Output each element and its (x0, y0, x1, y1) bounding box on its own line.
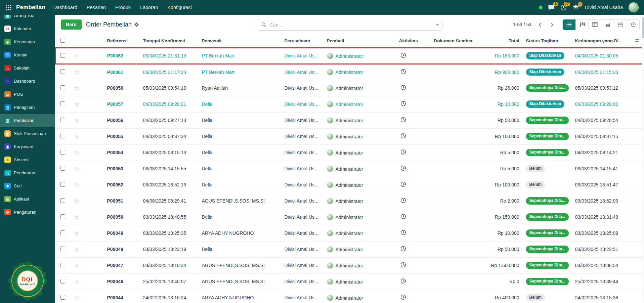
activity-clock-icon[interactable] (399, 262, 406, 268)
activity-clock-icon[interactable] (399, 198, 406, 203)
scrollbar-thumb[interactable] (642, 17, 644, 38)
favorite-star-icon[interactable]: ☆ (74, 278, 79, 285)
reference-cell[interactable]: P00053 (84, 161, 140, 177)
activity-clock-icon[interactable] (399, 52, 406, 58)
pager-previous-button[interactable] (535, 20, 544, 29)
view-activity-button[interactable] (627, 19, 639, 30)
table-row-p00057[interactable]: ☆P0005704/03/2025 09:28:21DellaDivisi Am… (55, 96, 644, 112)
sidebar-item-perekrutan[interactable]: ◎Perekrutan (0, 166, 55, 179)
select-all-checkbox[interactable] (60, 38, 65, 43)
sidebar-item-cuti[interactable]: ❖Cuti (0, 179, 55, 192)
table-row-p00047[interactable]: ☆P0004703/03/2025 13:10:34AGUS EFENDI,S.… (55, 257, 644, 273)
table-row-p00046[interactable]: ☆P0004625/02/2025 13:40:07AGUS EFENDI,S.… (55, 273, 644, 290)
activity-clock-icon[interactable] (399, 85, 406, 90)
row-checkbox[interactable] (60, 247, 65, 251)
activity-clock-icon[interactable] (399, 278, 406, 284)
column-total[interactable]: Total (480, 34, 523, 48)
table-row-p00054[interactable]: ☆P0005404/03/2025 08:15:13DellaDivisi Am… (55, 144, 644, 161)
reference-cell[interactable]: P00055 (84, 128, 140, 144)
menu-konfigurasi[interactable]: Konfigurasi (167, 5, 192, 10)
sidebar-item-kalender[interactable]: 31Kalender (0, 22, 55, 35)
menu-produk[interactable]: Produk (115, 5, 131, 10)
sidebar-item-orang-tua[interactable]: ◉Orang Tua (0, 15, 55, 22)
activity-clock-icon[interactable] (399, 101, 406, 106)
column-kedatangan[interactable]: Kedatangan yang Di... (572, 34, 632, 48)
activities-button[interactable]: 17 (560, 4, 567, 11)
reference-cell[interactable]: P00056 (84, 112, 140, 128)
row-checkbox[interactable] (60, 263, 65, 267)
activity-clock-icon[interactable] (399, 294, 406, 300)
view-graph-button[interactable] (601, 19, 614, 30)
reference-cell[interactable]: P00044 (84, 290, 140, 303)
search-bar[interactable] (258, 19, 442, 31)
view-settings-gear-icon[interactable] (134, 22, 139, 27)
menu-pesanan[interactable]: Pesanan (87, 5, 106, 10)
table-row-p00062[interactable]: ☆P0006203/08/2025 21:31:19PT Berkah Mart… (55, 48, 644, 64)
row-checkbox[interactable] (60, 295, 65, 300)
favorite-star-icon[interactable]: ☆ (74, 295, 79, 301)
row-checkbox[interactable] (60, 53, 65, 58)
favorite-star-icon[interactable]: ☆ (74, 166, 79, 172)
new-button[interactable]: Baru (61, 19, 82, 30)
reference-cell[interactable]: P00059 (84, 80, 140, 96)
menu-laporan[interactable]: Laporan (140, 5, 158, 10)
sidebar-item-pengaturan[interactable]: ⚙Pengaturan (0, 206, 55, 219)
sidebar-item-aplikasi[interactable]: ⊞Aplikasi (0, 192, 55, 206)
reference-cell[interactable]: P00050 (84, 209, 140, 225)
activity-clock-icon[interactable] (399, 117, 406, 123)
table-row-p00049[interactable]: ☆P0004903/03/2025 13:25:35ARYA ADHY NUGR… (55, 225, 644, 241)
pager-next-button[interactable] (548, 20, 556, 29)
view-kanban-button[interactable] (575, 19, 588, 30)
reference-cell[interactable]: P00054 (84, 144, 140, 161)
current-user-name[interactable]: Divisi Amal Usaha (585, 5, 623, 10)
updates-button[interactable]: 5 (572, 5, 579, 10)
row-checkbox[interactable] (60, 230, 65, 235)
favorite-star-icon[interactable]: ☆ (74, 117, 79, 124)
column-perusahaan[interactable]: Perusahaan (282, 34, 324, 48)
sidebar-item-dashboard[interactable]: ◔Dashboard (0, 75, 55, 88)
favorite-star-icon[interactable]: ☆ (74, 246, 79, 253)
app-name[interactable]: Pembelian (16, 4, 45, 11)
column-tanggal-konfirmasi[interactable]: Tanggal Konfirmasi (140, 34, 199, 48)
table-row-p00051[interactable]: ☆P0005104/08/2025 08:29:41AGUS EFENDI,S.… (55, 193, 644, 209)
row-checkbox[interactable] (60, 134, 65, 138)
activity-clock-icon[interactable] (399, 214, 406, 219)
row-checkbox[interactable] (60, 101, 65, 106)
sidebar-item-kontak[interactable]: ☏Kontak (0, 48, 55, 61)
vertical-scrollbar[interactable] (642, 15, 644, 303)
reference-cell[interactable]: P00049 (84, 225, 140, 241)
sidebar-item-pembelian[interactable]: ▦Pembelian (0, 114, 55, 127)
sidebar-item-sekolah[interactable]: ⌂Sekolah (0, 61, 55, 75)
table-row-p00052[interactable]: ☆P0005203/03/2025 13:52:13DellaDivisi Am… (55, 177, 644, 193)
row-checkbox[interactable] (60, 150, 65, 155)
favorite-star-icon[interactable]: ☆ (74, 182, 79, 188)
table-row-p00053[interactable]: ☆P0005303/03/2025 14:15:55DellaDivisi Am… (55, 161, 644, 177)
row-checkbox[interactable] (60, 166, 65, 171)
view-pivot-button[interactable] (588, 19, 601, 30)
reference-cell[interactable]: P00047 (84, 257, 140, 273)
reference-cell[interactable]: P00051 (84, 193, 140, 209)
sidebar-item-penagihan[interactable]: ▥Penagihan (0, 101, 55, 114)
favorite-star-icon[interactable]: ☆ (74, 149, 79, 156)
row-checkbox[interactable] (60, 182, 65, 187)
sidebar-item-stok-persediaan[interactable]: ▣Stok Persediaan (0, 127, 55, 140)
activity-clock-icon[interactable] (399, 230, 406, 235)
reference-cell[interactable]: P00062 (84, 48, 140, 64)
sidebar-item-karyawan[interactable]: ◉Karyawan (0, 140, 55, 153)
column-dokumen-sumber[interactable]: Dokumen Sumber (431, 34, 480, 48)
row-checkbox[interactable] (60, 85, 65, 90)
column-pemasok[interactable]: Pemasok (199, 34, 282, 48)
favorite-star-icon[interactable]: ☆ (74, 230, 79, 236)
column-pembeli[interactable]: Pembeli (324, 34, 396, 48)
favorite-star-icon[interactable]: ☆ (74, 214, 79, 220)
activity-clock-icon[interactable] (399, 133, 406, 139)
reference-cell[interactable]: P00057 (84, 96, 140, 112)
activity-clock-icon[interactable] (399, 149, 406, 155)
sidebar-item-absensi[interactable]: ◑Absensi (0, 153, 55, 166)
view-calendar-button[interactable] (614, 19, 627, 30)
row-checkbox[interactable] (60, 69, 65, 74)
reference-cell[interactable]: P00048 (84, 241, 140, 257)
table-row-p00059[interactable]: ☆P0005905/03/2025 09:54:19Ryan AdillahDi… (55, 80, 644, 96)
messages-button[interactable]: 6 (548, 4, 555, 10)
favorite-star-icon[interactable]: ☆ (74, 198, 79, 204)
